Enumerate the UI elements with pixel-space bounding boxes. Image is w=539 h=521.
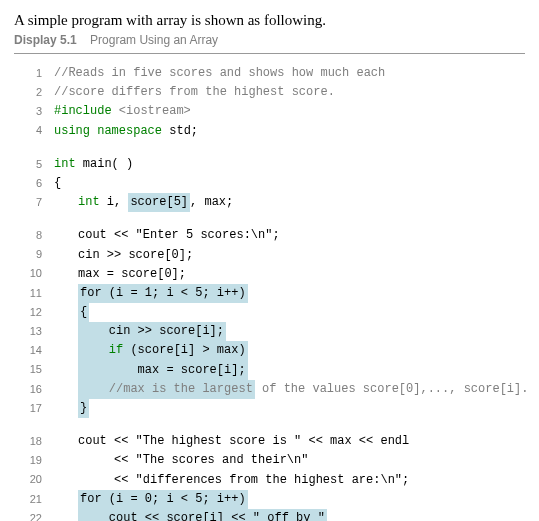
code-text: int main( ) bbox=[54, 155, 133, 174]
code-line: 20 << "differences from the highest are:… bbox=[14, 471, 525, 490]
line-number: 15 bbox=[14, 361, 54, 379]
line-number: 22 bbox=[14, 510, 54, 521]
code-text: } bbox=[54, 399, 89, 418]
line-number: 2 bbox=[14, 84, 54, 102]
code-line: 16 //max is the largest of the values sc… bbox=[14, 380, 525, 399]
code-text: cin >> score[i]; bbox=[54, 322, 226, 341]
line-number: 16 bbox=[14, 381, 54, 399]
code-line: 5 int main( ) bbox=[14, 155, 525, 174]
highlight-box: { bbox=[78, 303, 89, 322]
code-line: 4 using namespace std; bbox=[14, 122, 525, 141]
line-number: 13 bbox=[14, 323, 54, 341]
code-text: //score differs from the highest score. bbox=[54, 83, 335, 102]
display-title: Program Using an Array bbox=[90, 33, 218, 47]
code-text: max = score[i]; bbox=[54, 361, 248, 380]
highlight-box: //max is the largest bbox=[78, 380, 255, 399]
code-text: << "differences from the highest are:\n"… bbox=[54, 471, 409, 490]
code-line: 3 #include <iostream> bbox=[14, 102, 525, 121]
line-number: 10 bbox=[14, 265, 54, 283]
code-line: 2 //score differs from the highest score… bbox=[14, 83, 525, 102]
highlight-box: for (i = 1; i < 5; i++) bbox=[78, 284, 248, 303]
line-number: 18 bbox=[14, 433, 54, 451]
line-number: 7 bbox=[14, 194, 54, 212]
code-text: max = score[0]; bbox=[54, 265, 186, 284]
blank-line bbox=[14, 418, 525, 432]
line-number: 6 bbox=[14, 175, 54, 193]
code-line: 17 } bbox=[14, 399, 525, 418]
line-number: 11 bbox=[14, 285, 54, 303]
code-line: 7 int i, score[5], max; bbox=[14, 193, 525, 212]
line-number: 12 bbox=[14, 304, 54, 322]
blank-line bbox=[14, 212, 525, 226]
code-text: { bbox=[54, 174, 61, 193]
code-text: int i, score[5], max; bbox=[54, 193, 233, 212]
display-caption: Display 5.1 Program Using an Array bbox=[14, 33, 525, 47]
code-text: cout << "The highest score is " << max <… bbox=[54, 432, 409, 451]
highlight-box: cin >> score[i]; bbox=[78, 322, 226, 341]
code-line: 22 cout << score[i] << " off by " bbox=[14, 509, 525, 521]
separator bbox=[14, 53, 525, 54]
line-number: 3 bbox=[14, 103, 54, 121]
intro-text: A simple program with array is shown as … bbox=[14, 12, 525, 29]
line-number: 9 bbox=[14, 246, 54, 264]
code-line: 11 for (i = 1; i < 5; i++) bbox=[14, 284, 525, 303]
line-number: 14 bbox=[14, 342, 54, 360]
code-line: 6 { bbox=[14, 174, 525, 193]
code-text: for (i = 1; i < 5; i++) bbox=[54, 284, 248, 303]
blank-line bbox=[14, 141, 525, 155]
code-text: using namespace std; bbox=[54, 122, 198, 141]
code-text: //Reads in five scores and shows how muc… bbox=[54, 64, 385, 83]
highlight-box: if (score[i] > max) bbox=[78, 341, 248, 360]
highlight-box: cout << score[i] << " off by " bbox=[78, 509, 327, 521]
code-line: 21 for (i = 0; i < 5; i++) bbox=[14, 490, 525, 509]
code-line: 13 cin >> score[i]; bbox=[14, 322, 525, 341]
code-text: #include <iostream> bbox=[54, 102, 191, 121]
highlight-box: for (i = 0; i < 5; i++) bbox=[78, 490, 248, 509]
code-text: cout << score[i] << " off by " bbox=[54, 509, 327, 521]
code-text: << "The scores and their\n" bbox=[54, 451, 308, 470]
code-text: { bbox=[54, 303, 89, 322]
code-line: 8 cout << "Enter 5 scores:\n"; bbox=[14, 226, 525, 245]
code-line: 19 << "The scores and their\n" bbox=[14, 451, 525, 470]
line-number: 8 bbox=[14, 227, 54, 245]
code-line: 12 { bbox=[14, 303, 525, 322]
display-label: Display 5.1 bbox=[14, 33, 77, 47]
code-text: cin >> score[0]; bbox=[54, 246, 193, 265]
code-line: 9 cin >> score[0]; bbox=[14, 246, 525, 265]
code-line: 10 max = score[0]; bbox=[14, 265, 525, 284]
code-text: if (score[i] > max) bbox=[54, 341, 248, 360]
line-number: 20 bbox=[14, 471, 54, 489]
highlight-box: score[5] bbox=[128, 193, 190, 212]
line-number: 21 bbox=[14, 491, 54, 509]
code-line: 14 if (score[i] > max) bbox=[14, 341, 525, 360]
line-number: 5 bbox=[14, 156, 54, 174]
highlight-box: } bbox=[78, 399, 89, 418]
code-text: cout << "Enter 5 scores:\n"; bbox=[54, 226, 280, 245]
code-listing: 1 //Reads in five scores and shows how m… bbox=[14, 64, 525, 521]
code-line: 18 cout << "The highest score is " << ma… bbox=[14, 432, 525, 451]
line-number: 1 bbox=[14, 65, 54, 83]
code-text: //max is the largest of the values score… bbox=[54, 380, 528, 399]
line-number: 17 bbox=[14, 400, 54, 418]
line-number: 4 bbox=[14, 122, 54, 140]
code-line: 15 max = score[i]; bbox=[14, 361, 525, 380]
line-number: 19 bbox=[14, 452, 54, 470]
highlight-box: max = score[i]; bbox=[78, 361, 248, 380]
code-line: 1 //Reads in five scores and shows how m… bbox=[14, 64, 525, 83]
code-text: for (i = 0; i < 5; i++) bbox=[54, 490, 248, 509]
